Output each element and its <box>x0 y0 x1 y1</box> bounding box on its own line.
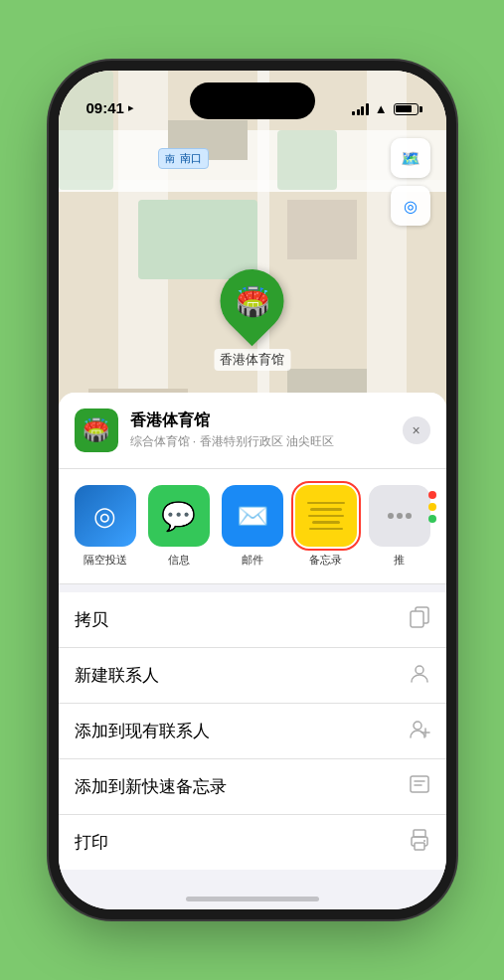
map-south-exit-label: 南 南口 <box>158 148 209 169</box>
mail-icon: ✉️ <box>222 485 283 547</box>
new-contact-icon <box>409 662 430 689</box>
add-contact-icon <box>409 718 430 744</box>
phone-frame: 09:41 ▸ ▲ <box>59 71 446 909</box>
mail-symbol: ✉️ <box>237 501 268 532</box>
stadium-pin[interactable]: 🏟️ 香港体育馆 <box>214 269 290 371</box>
svg-rect-6 <box>411 776 428 792</box>
messages-icon: 💬 <box>148 485 210 547</box>
home-indicator <box>186 897 319 901</box>
status-icons: ▲ <box>352 101 418 116</box>
share-notes[interactable]: 备忘录 <box>295 485 357 568</box>
svg-point-3 <box>414 722 421 730</box>
svg-rect-11 <box>415 843 424 850</box>
dynamic-island <box>190 82 315 119</box>
map-type-button[interactable]: 🗺️ <box>391 138 430 178</box>
location-arrow-icon: ▸ <box>128 101 134 114</box>
signal-bars-icon <box>352 103 369 115</box>
compass-icon: ◎ <box>404 197 418 216</box>
battery-icon <box>394 103 419 115</box>
status-time: 09:41 <box>86 99 124 116</box>
notes-label: 备忘录 <box>309 553 342 568</box>
map-type-icon: 🗺️ <box>401 149 420 168</box>
place-header: 🏟️ 香港体育馆 综合体育馆 · 香港特别行政区 油尖旺区 × <box>59 393 446 469</box>
bottom-sheet: 🏟️ 香港体育馆 综合体育馆 · 香港特别行政区 油尖旺区 × ◎ 隔空投送 <box>59 393 446 909</box>
airdrop-label: 隔空投送 <box>84 553 127 568</box>
pin-circle: 🏟️ <box>207 256 297 347</box>
share-airdrop[interactable]: ◎ 隔空投送 <box>75 485 136 568</box>
print-icon <box>409 829 430 856</box>
messages-label: 信息 <box>168 553 190 568</box>
action-new-contact[interactable]: 新建联系人 <box>59 648 446 704</box>
action-print[interactable]: 打印 <box>59 815 446 870</box>
action-copy[interactable]: 拷贝 <box>59 592 446 648</box>
stadium-label: 香港体育馆 <box>214 349 290 371</box>
place-icon: 🏟️ <box>75 408 118 452</box>
location-button[interactable]: ◎ <box>391 186 430 226</box>
svg-rect-1 <box>411 611 423 627</box>
place-info: 香港体育馆 综合体育馆 · 香港特别行政区 油尖旺区 <box>130 410 391 450</box>
stadium-pin-icon: 🏟️ <box>83 417 109 443</box>
place-subtitle: 综合体育馆 · 香港特别行政区 油尖旺区 <box>130 433 391 450</box>
south-exit-text: 南口 <box>180 152 202 164</box>
share-mail[interactable]: ✉️ 邮件 <box>222 485 283 568</box>
notes-icon <box>295 485 357 547</box>
share-messages[interactable]: 💬 信息 <box>148 485 210 568</box>
print-label: 打印 <box>75 831 108 854</box>
action-add-notes[interactable]: 添加到新快速备忘录 <box>59 759 446 815</box>
svg-point-12 <box>423 840 425 842</box>
more-label: 推 <box>394 553 405 568</box>
mail-label: 邮件 <box>242 553 263 568</box>
more-icon <box>369 485 430 547</box>
wifi-icon: ▲ <box>375 101 388 116</box>
share-row: ◎ 隔空投送 💬 信息 ✉️ 邮件 <box>59 469 446 584</box>
south-exit-icon: 南 <box>165 153 175 164</box>
close-button[interactable]: × <box>403 416 430 444</box>
share-more[interactable]: 推 <box>369 485 430 568</box>
copy-label: 拷贝 <box>75 608 108 631</box>
airdrop-icon: ◎ <box>75 485 136 547</box>
messages-symbol: 💬 <box>161 500 196 533</box>
close-icon: × <box>412 422 420 438</box>
add-existing-label: 添加到现有联系人 <box>75 720 210 742</box>
new-contact-label: 新建联系人 <box>75 664 159 687</box>
action-add-existing[interactable]: 添加到现有联系人 <box>59 704 446 759</box>
notes-quick-icon <box>409 773 430 800</box>
stadium-icon: 🏟️ <box>235 285 269 318</box>
place-name: 香港体育馆 <box>130 410 391 431</box>
airdrop-symbol: ◎ <box>93 501 116 532</box>
copy-icon <box>409 606 430 633</box>
svg-point-2 <box>416 666 423 674</box>
svg-rect-9 <box>414 830 425 837</box>
action-list: 拷贝 新建联系人 <box>59 592 446 870</box>
add-notes-label: 添加到新快速备忘录 <box>75 775 227 798</box>
